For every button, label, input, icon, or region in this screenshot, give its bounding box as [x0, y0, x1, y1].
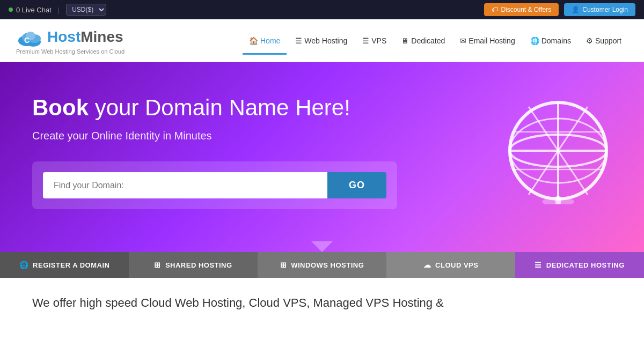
- live-chat-label: 0 Live Chat: [16, 6, 52, 14]
- web-hosting-icon: ☰: [295, 36, 302, 45]
- nav-item-email-hosting[interactable]: ✉ Email Hosting: [453, 32, 521, 49]
- topbar-left: 0 Live Chat | USD($): [9, 4, 106, 16]
- tab-windows-hosting-label: WINDOWS HOSTING: [291, 261, 364, 269]
- hero-title-rest: your Domain Name Here!: [89, 95, 350, 120]
- footer-description: We offer high speed Cloud Web Hosting, C…: [32, 294, 612, 312]
- hero-section: Book your Domain Name Here! Create your …: [0, 62, 644, 252]
- tab-register-domain[interactable]: 🌐 REGISTER A DOMAIN: [0, 252, 129, 278]
- nav-home-label: Home: [260, 36, 280, 45]
- nav-vps-label: VPS: [371, 36, 386, 45]
- nav-domains-label: Domains: [541, 36, 571, 45]
- tab-cloud-vps-label: CLOUD VPS: [435, 261, 478, 269]
- tab-dedicated-hosting-label: DEDICATED HOSTING: [546, 261, 625, 269]
- logo[interactable]: C HostMines Premium Web Hosting Services…: [16, 27, 125, 55]
- footer-text-section: We offer high speed Cloud Web Hosting, C…: [0, 278, 644, 328]
- live-chat-status-icon: [9, 8, 13, 12]
- email-icon: ✉: [460, 36, 466, 45]
- navbar: C HostMines Premium Web Hosting Services…: [0, 19, 644, 62]
- topbar: 0 Live Chat | USD($) 🏷 Discount & Offers…: [0, 0, 644, 19]
- nav-item-vps[interactable]: ☰ VPS: [356, 32, 393, 49]
- vps-icon: ☰: [362, 36, 369, 45]
- logo-text: HostMines: [47, 28, 123, 46]
- nav-links: 🏠 Home ☰ Web Hosting ☰ VPS 🖥 Dedicated ✉…: [243, 32, 628, 49]
- login-button[interactable]: 👤 Customer Login: [564, 3, 635, 16]
- logo-subtitle: Premium Web Hosting Services on Cloud: [16, 48, 125, 55]
- discount-icon: 🏷: [492, 6, 498, 13]
- hero-search-box: GO: [32, 161, 397, 209]
- svg-rect-16: [555, 196, 561, 204]
- tab-dedicated-hosting[interactable]: ☰ DEDICATED HOSTING: [515, 252, 644, 278]
- nav-item-home[interactable]: 🏠 Home: [243, 32, 287, 49]
- nav-item-support[interactable]: ⚙ Support: [580, 32, 628, 49]
- tab-shared-hosting[interactable]: ⊞ SHARED HOSTING: [129, 252, 258, 278]
- logo-icon-text: C HostMines: [16, 27, 123, 47]
- logo-cloud-icon: C: [16, 27, 44, 47]
- windows-hosting-icon: ⊞: [280, 261, 287, 269]
- globe-icon: [504, 97, 612, 204]
- register-domain-icon: 🌐: [19, 261, 29, 269]
- bottom-tabs: 🌐 REGISTER A DOMAIN ⊞ SHARED HOSTING ⊞ W…: [0, 252, 644, 278]
- topbar-divider: |: [58, 6, 60, 14]
- hero-title-bold: Book: [32, 95, 89, 120]
- user-icon: 👤: [572, 6, 580, 13]
- dedicated-hosting-icon: ☰: [535, 261, 542, 269]
- topbar-right: 🏷 Discount & Offers 👤 Customer Login: [484, 3, 635, 16]
- nav-support-label: Support: [595, 36, 621, 45]
- nav-web-hosting-label: Web Hosting: [304, 36, 347, 45]
- shared-hosting-icon: ⊞: [154, 261, 161, 269]
- tab-shared-hosting-label: SHARED HOSTING: [165, 261, 232, 269]
- svg-text:C: C: [24, 36, 30, 45]
- dedicated-icon: 🖥: [401, 36, 409, 45]
- tab-cloud-vps[interactable]: ☁ CLOUD VPS: [386, 252, 515, 278]
- hero-arrow: [311, 241, 333, 252]
- hero-title: Book your Domain Name Here!: [32, 94, 408, 121]
- currency-select[interactable]: USD($): [66, 4, 106, 16]
- cloud-vps-icon: ☁: [423, 261, 431, 269]
- tab-register-domain-label: REGISTER A DOMAIN: [33, 261, 109, 269]
- domains-icon: 🌐: [530, 36, 539, 45]
- discount-label: Discount & Offers: [501, 6, 551, 13]
- nav-email-hosting-label: Email Hosting: [469, 36, 515, 45]
- hero-content: Book your Domain Name Here! Create your …: [32, 94, 408, 209]
- domain-search-input[interactable]: [43, 172, 327, 198]
- discount-button[interactable]: 🏷 Discount & Offers: [484, 3, 559, 16]
- hero-subtitle: Create your Online Identity in Minutes: [32, 130, 408, 142]
- home-icon: 🏠: [249, 36, 258, 45]
- nav-item-dedicated[interactable]: 🖥 Dedicated: [395, 32, 451, 49]
- live-chat[interactable]: 0 Live Chat: [9, 6, 52, 14]
- domain-search-button[interactable]: GO: [327, 172, 386, 198]
- nav-dedicated-label: Dedicated: [411, 36, 445, 45]
- nav-item-domains[interactable]: 🌐 Domains: [524, 32, 577, 49]
- login-label: Customer Login: [582, 6, 628, 13]
- support-icon: ⚙: [586, 36, 593, 45]
- nav-item-web-hosting[interactable]: ☰ Web Hosting: [289, 32, 354, 49]
- hero-globe: [504, 97, 612, 206]
- tab-windows-hosting[interactable]: ⊞ WINDOWS HOSTING: [258, 252, 386, 278]
